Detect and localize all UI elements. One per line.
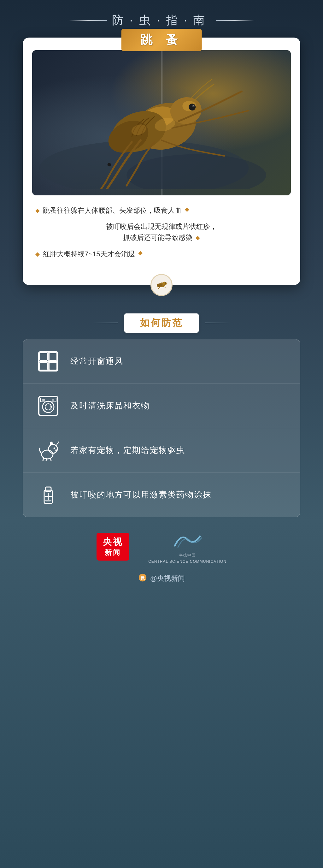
svg-point-30 xyxy=(42,401,54,412)
svg-point-16 xyxy=(157,284,162,287)
fact-2-line1: 被叮咬后会出现无规律或片状红疹， xyxy=(106,221,217,232)
pet-icon xyxy=(36,438,61,463)
window-icon xyxy=(36,349,61,374)
prevent-text-2: 及时清洗床品和衣物 xyxy=(70,400,150,411)
prevention-title: 如何防范 xyxy=(140,317,183,328)
weibo-footer: 微 @央视新闻 xyxy=(138,573,185,584)
flea-icon-circle xyxy=(151,274,172,296)
flea-image-section xyxy=(32,50,291,195)
bullet-diamond-3r: ◆ xyxy=(138,248,142,257)
fact-text-1: 跳蚤往往躲在人体腰部、头发部位，吸食人血 xyxy=(43,205,182,216)
svg-point-8 xyxy=(193,105,194,106)
svg-point-6 xyxy=(189,103,196,111)
prevent-line-left xyxy=(93,322,118,323)
svg-rect-27 xyxy=(40,362,47,370)
svg-text:微: 微 xyxy=(140,575,145,580)
svg-rect-25 xyxy=(40,353,47,361)
prevent-item-3: 若家有宠物，定期给宠物驱虫 xyxy=(23,428,300,473)
prevention-header: 如何防范 xyxy=(23,313,300,333)
flea-image xyxy=(32,50,291,195)
svg-rect-28 xyxy=(49,362,57,370)
svg-point-15 xyxy=(162,282,166,286)
svg-point-13 xyxy=(107,163,111,166)
svg-rect-46 xyxy=(45,487,51,491)
svg-point-33 xyxy=(42,399,45,401)
prevent-text-4: 被叮咬的地方可以用激素类药物涂抹 xyxy=(70,489,212,500)
svg-point-21 xyxy=(165,282,166,283)
header-line-right xyxy=(216,20,254,21)
footer-logos: 央视 新闻 科技中国 CENTRAL SCIENCE COMMUNICATION xyxy=(23,530,300,564)
washing-machine-icon xyxy=(36,393,61,418)
bug-name: 跳 蚤 xyxy=(140,33,183,46)
svg-line-44 xyxy=(56,441,59,446)
fact-item-1: ◆ 跳蚤往往躲在人体腰部、头发部位，吸食人血 ◆ xyxy=(35,205,288,216)
weibo-handle: @央视新闻 xyxy=(150,574,185,583)
svg-line-42 xyxy=(46,458,47,461)
svg-point-40 xyxy=(55,450,57,451)
science-text: 科技中国 xyxy=(179,553,196,558)
science-logo: 科技中国 CENTRAL SCIENCE COMMUNICATION xyxy=(148,530,226,564)
prevent-line-right xyxy=(205,322,230,323)
prevent-text-3: 若家有宠物，定期给宠物驱虫 xyxy=(70,445,185,456)
fact-item-3: ◆ 红肿大概持续7~15天才会消退 ◆ xyxy=(35,248,288,259)
cctv-line1: 央视 xyxy=(103,536,123,548)
medicine-icon xyxy=(36,482,61,507)
svg-point-34 xyxy=(52,399,54,401)
science-subtext: CENTRAL SCIENCE COMMUNICATION xyxy=(148,559,226,564)
main-card: 跳 蚤 xyxy=(23,37,300,285)
flea-illustration xyxy=(32,50,291,195)
page-title: 防·虫·指·南 xyxy=(112,12,211,28)
prevent-text-1: 经常开窗通风 xyxy=(70,356,123,367)
prevent-item-4: 被叮咬的地方可以用激素类药物涂抹 xyxy=(23,473,300,517)
svg-rect-26 xyxy=(49,353,57,361)
fact-text-2a: 被叮咬后会出现无规律或片状红疹， xyxy=(106,221,217,232)
bullet-diamond-3: ◆ xyxy=(35,250,40,259)
fact-text-2b: 抓破后还可能导致感染 xyxy=(123,232,192,243)
svg-line-43 xyxy=(51,458,51,461)
bullet-diamond-2r: ◆ xyxy=(196,233,200,242)
svg-line-41 xyxy=(43,458,43,461)
fact-2-inner: 被叮咬后会出现无规律或片状红疹， 抓破后还可能导致感染 ◆ xyxy=(106,221,217,243)
weibo-icon: 微 xyxy=(138,573,147,584)
prevention-title-box: 如何防范 xyxy=(124,313,199,333)
cctv-line2: 新闻 xyxy=(105,548,121,557)
fact-2-line2: 抓破后还可能导致感染 ◆ xyxy=(123,232,200,243)
fact-item-2: 被叮咬后会出现无规律或片状红疹， 抓破后还可能导致感染 ◆ xyxy=(35,221,288,243)
svg-point-39 xyxy=(54,447,55,449)
fact-text-3: 红肿大概持续7~15天才会消退 xyxy=(43,248,135,259)
cctv-logo: 央视 新闻 xyxy=(97,533,129,561)
bullet-diamond-1r: ◆ xyxy=(185,205,189,214)
prevention-section: 如何防范 经常开窗通风 xyxy=(23,313,300,517)
prevention-card: 经常开窗通风 及时清洗床品和衣物 xyxy=(23,339,300,517)
header-line-left xyxy=(69,20,107,21)
bug-name-banner: 跳 蚤 xyxy=(122,29,202,51)
bullet-diamond-1: ◆ xyxy=(35,206,40,215)
science-wave-icon xyxy=(171,530,203,551)
flea-icon-separator xyxy=(23,274,300,285)
prevent-item-1: 经常开窗通风 xyxy=(23,339,300,384)
info-section: ◆ 跳蚤往往躲在人体腰部、头发部位，吸食人血 ◆ 被叮咬后会出现无规律或片状红疹… xyxy=(23,195,300,271)
prevent-item-2: 及时清洗床品和衣物 xyxy=(23,384,300,428)
